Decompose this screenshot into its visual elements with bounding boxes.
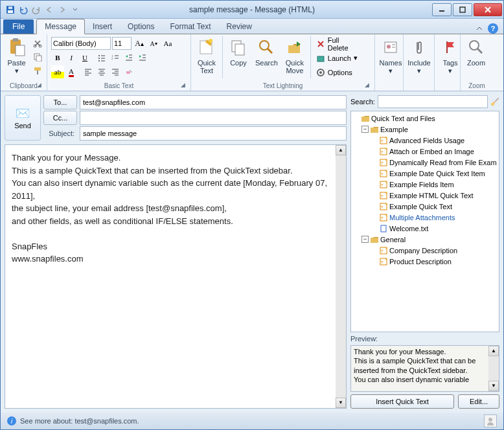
- full-delete-button[interactable]: Full Delete: [314, 37, 364, 51]
- underline-icon[interactable]: U: [78, 51, 91, 64]
- tree-item[interactable]: −Example: [352, 124, 498, 135]
- svg-text:T: T: [381, 183, 384, 187]
- close-button[interactable]: [474, 3, 502, 16]
- italic-icon[interactable]: I: [65, 51, 78, 64]
- prev-icon[interactable]: [43, 4, 55, 16]
- folder-icon: [370, 236, 379, 243]
- minimize-button[interactable]: [432, 3, 452, 16]
- names-button[interactable]: Names▾: [378, 36, 404, 76]
- maximize-button[interactable]: [453, 3, 472, 16]
- cc-button[interactable]: Cc...: [43, 111, 77, 125]
- qat-menu-icon[interactable]: [69, 4, 81, 16]
- align-left-icon[interactable]: [82, 65, 95, 78]
- paste-icon: [6, 37, 27, 58]
- grow-font-icon[interactable]: A▴: [133, 37, 146, 50]
- quicktext-icon: T: [379, 170, 388, 177]
- tree-item[interactable]: TExample Quick Text: [352, 201, 498, 212]
- cut-icon[interactable]: [31, 37, 44, 50]
- align-center-icon[interactable]: [95, 65, 108, 78]
- send-button[interactable]: ✉️ Send: [5, 95, 41, 141]
- clear-formatting-icon[interactable]: [122, 65, 135, 78]
- tab-message[interactable]: Message: [36, 19, 85, 34]
- numbering-icon[interactable]: 12: [109, 51, 122, 64]
- help-icon[interactable]: ?: [488, 23, 498, 34]
- subject-label: Subject:: [43, 130, 77, 137]
- align-right-icon[interactable]: [109, 65, 122, 78]
- tree-item[interactable]: Quick Text and Files: [352, 113, 498, 124]
- options-button[interactable]: Options: [314, 65, 364, 79]
- bullets-icon[interactable]: [95, 51, 108, 64]
- highlight-icon[interactable]: ab: [51, 65, 64, 78]
- cc-field[interactable]: [80, 111, 347, 125]
- font-color-icon[interactable]: A: [65, 65, 78, 78]
- tree-item[interactable]: Welcome.txt: [352, 223, 498, 234]
- copy-icon[interactable]: [31, 51, 44, 63]
- quick-move-icon: [284, 37, 305, 58]
- message-body[interactable]: Thank you for your Message. This is a sa…: [5, 144, 347, 409]
- tags-button[interactable]: Tags▾: [437, 36, 463, 76]
- tree-item[interactable]: TExample Fields Item: [352, 179, 498, 190]
- tree-toggle-icon[interactable]: −: [361, 126, 369, 133]
- change-case-icon[interactable]: Aa: [161, 37, 174, 50]
- tree-item[interactable]: TMultiple Attachments: [352, 212, 498, 223]
- quick-move-button[interactable]: Quick Move: [282, 36, 308, 76]
- tree-item[interactable]: TDynamically Read from File Exam: [352, 157, 498, 168]
- quicktext-tree[interactable]: Quick Text and Files−ExampleTAdvanced Fi…: [350, 111, 499, 332]
- tree-item[interactable]: TAttach or Embed an Image: [352, 146, 498, 157]
- avatar-icon[interactable]: [484, 414, 497, 427]
- clipboard-launcher-icon[interactable]: ◢: [35, 82, 43, 89]
- file-tab[interactable]: File: [3, 19, 34, 34]
- preview-scrollbar[interactable]: ▲▼: [488, 346, 499, 391]
- scroll-up-icon[interactable]: ▲: [488, 346, 499, 356]
- ribbon-expand-icon[interactable]: [475, 24, 484, 33]
- undo-icon[interactable]: [17, 4, 29, 16]
- next-icon[interactable]: [56, 4, 68, 16]
- lightning-group-label: Text Lightning: [263, 82, 303, 89]
- scroll-down-icon[interactable]: ▼: [488, 381, 499, 391]
- shrink-font-icon[interactable]: A▾: [147, 37, 160, 50]
- font-family-select[interactable]: [51, 37, 111, 50]
- tree-item[interactable]: TCompany Description: [352, 245, 498, 256]
- tab-review[interactable]: Review: [219, 19, 260, 34]
- svg-point-43: [209, 39, 212, 43]
- redo-icon[interactable]: [30, 4, 42, 16]
- paste-button[interactable]: Paste ▾: [3, 36, 30, 76]
- tree-item[interactable]: TExample HTML Quick Text: [352, 190, 498, 201]
- clear-search-icon[interactable]: 🧹: [490, 98, 499, 106]
- format-painter-icon[interactable]: [31, 64, 44, 77]
- insert-quick-text-button[interactable]: Insert Quick Text: [350, 394, 454, 409]
- tree-item[interactable]: −General: [352, 234, 498, 245]
- svg-point-56: [470, 41, 479, 50]
- search-button[interactable]: Search: [253, 36, 281, 68]
- lightning-launcher-icon[interactable]: ◢: [363, 82, 371, 89]
- launch-button[interactable]: Launch ▾: [314, 51, 364, 65]
- tree-item[interactable]: TAdvanced Fields Usage: [352, 135, 498, 146]
- indent-decrease-icon[interactable]: [122, 51, 135, 64]
- quicktext-icon: T: [379, 258, 388, 266]
- search-input[interactable]: [378, 95, 488, 108]
- copy-button[interactable]: Copy: [225, 36, 251, 68]
- basictext-launcher-icon[interactable]: ◢: [179, 82, 187, 89]
- tab-format-text[interactable]: Format Text: [162, 19, 218, 34]
- font-size-select[interactable]: [112, 37, 132, 50]
- bold-icon[interactable]: B: [51, 51, 64, 64]
- body-scrollbar[interactable]: ▲▼: [336, 145, 346, 408]
- tab-insert[interactable]: Insert: [85, 19, 120, 34]
- tree-item[interactable]: TProduct Description: [352, 256, 498, 267]
- include-button[interactable]: Include▾: [406, 36, 432, 76]
- indent-increase-icon[interactable]: [136, 51, 149, 64]
- to-field[interactable]: [80, 95, 347, 109]
- app-window: sample message - Message (HTML) File Mes…: [0, 0, 504, 430]
- tree-toggle-icon[interactable]: −: [361, 236, 369, 243]
- tree-item[interactable]: TExample Date Quick Text Item: [352, 168, 498, 179]
- to-button[interactable]: To...: [43, 95, 77, 109]
- save-icon[interactable]: [5, 4, 16, 16]
- paperclip-icon: [409, 37, 430, 58]
- tab-options[interactable]: Options: [120, 19, 162, 34]
- zoom-button[interactable]: Zoom: [463, 36, 489, 68]
- scroll-down-icon[interactable]: ▼: [336, 398, 346, 408]
- quick-text-button[interactable]: Quick Text: [194, 36, 220, 76]
- subject-field[interactable]: [80, 126, 347, 141]
- scroll-up-icon[interactable]: ▲: [336, 145, 346, 155]
- edit-button[interactable]: Edit...: [458, 394, 499, 409]
